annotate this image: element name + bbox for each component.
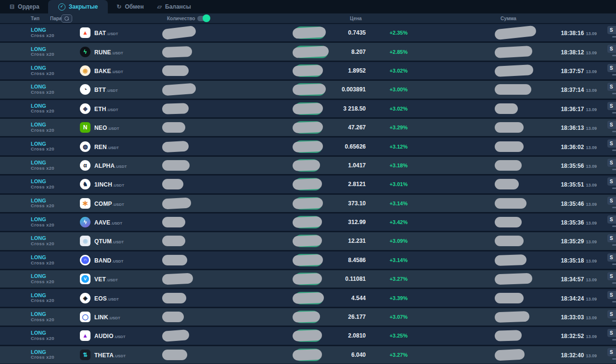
col-type-label: Тип <box>31 16 39 21</box>
price-change: +3.18% <box>389 163 408 168</box>
price-redacted-blob <box>295 102 322 115</box>
price-change: +2.35% <box>389 30 408 36</box>
table-row[interactable]: LONG Cross x20 ◍ REN.USDT 0.65626 +3.12%… <box>0 138 616 156</box>
eth-coin-icon: ◆ <box>80 103 90 114</box>
side-s-button[interactable]: S <box>607 348 616 356</box>
tab-orders[interactable]: ⊟ Ордера <box>3 0 46 13</box>
price-redacted-overlay <box>293 198 323 209</box>
price-change: +3.12% <box>389 144 408 150</box>
table-row[interactable]: LONG Cross x20 ◆ ETH.USDT 3 218.50 +3.02… <box>0 100 616 119</box>
side-s-button[interactable]: S <box>607 102 616 110</box>
close-time: 18:38:1613.09 <box>561 28 597 37</box>
qtum-coin-icon: ◉ <box>80 236 90 246</box>
side-s-button[interactable]: S <box>607 139 616 148</box>
pair-label: EOS.USDT <box>94 294 119 302</box>
side-s-button[interactable]: S <box>607 234 616 242</box>
price-redacted-overlay <box>293 103 323 114</box>
pair-cell: ◉ QTUM.USDT <box>80 236 124 246</box>
position-direction: LONG <box>31 160 54 166</box>
neo-coin-icon: N <box>80 122 90 133</box>
side-s-button[interactable]: S <box>607 45 616 53</box>
position-type-cell: LONG Cross x20 <box>31 122 54 133</box>
close-time-value: 18:35:56 <box>561 163 584 169</box>
table-row[interactable]: LONG Cross x20 V VET.USDT 0.11081 +3.27%… <box>0 270 616 289</box>
side-s-button[interactable]: S <box>607 121 616 129</box>
quantity-redacted-blob <box>162 293 186 303</box>
side-s-button[interactable]: S <box>607 159 616 167</box>
price-redacted-blob <box>295 140 322 153</box>
table-row[interactable]: LONG Cross x20 ◔ BTT.USDT 0.003891 +3.00… <box>0 81 616 100</box>
pair-label: BAKE.USDT <box>94 66 123 75</box>
pair-label: THETA.USDT <box>94 351 126 359</box>
table-row[interactable]: LONG Cross x20 ⇅ THETA.USDT 6.040 +3.27%… <box>0 346 616 364</box>
close-time: 18:32:5213.09 <box>561 331 597 340</box>
aave-coin-icon: ϟ <box>80 217 90 227</box>
position-direction: LONG <box>31 292 54 299</box>
table-row[interactable]: LONG Cross x20 ◉ BAKE.USDT 1.8952 +3.02%… <box>0 62 616 81</box>
table-row[interactable]: LONG Cross x20 ◯ LINK.USDT 26.177 +3.07%… <box>0 308 616 327</box>
tab-balances[interactable]: ▱ Балансы <box>151 0 198 13</box>
side-s-button[interactable]: S <box>607 253 616 262</box>
quantity-toggle[interactable] <box>197 16 209 21</box>
close-time: 18:35:2913.09 <box>561 237 597 245</box>
side-s-button[interactable]: S <box>607 310 616 318</box>
side-s-button[interactable]: S <box>607 215 616 224</box>
close-time: 18:35:5613.09 <box>561 161 597 170</box>
orders-table-header: Тип Пара Количество Цена Сумма <box>0 13 616 24</box>
side-s-button[interactable]: S <box>607 177 616 186</box>
price-redacted-overlay <box>293 216 322 228</box>
price-redacted-blob <box>295 329 321 342</box>
position-direction: LONG <box>31 103 54 109</box>
side-dash <box>612 226 616 227</box>
position-direction: LONG <box>31 27 54 33</box>
coin-glyph: ♞ <box>83 181 88 187</box>
price-redacted-blob <box>295 178 321 190</box>
coin-glyph: ⇅ <box>83 352 88 358</box>
price-value: 8.4586 <box>348 257 366 264</box>
pair-cell: ϟ AAVE.USDT <box>80 217 122 227</box>
bat-coin-icon: ▲ <box>80 27 90 38</box>
tab-exchange[interactable]: ↻ Обмен <box>110 0 150 13</box>
table-row[interactable]: LONG Cross x20 α ALPHA.USDT 1.0417 +3.18… <box>0 157 616 176</box>
close-time: 18:35:1813.09 <box>561 256 597 264</box>
close-date: 13.09 <box>586 202 597 207</box>
table-row[interactable]: LONG Cross x20 ◉ QTUM.USDT 12.231 +3.09%… <box>0 232 616 251</box>
side-s-button[interactable]: S <box>607 291 616 299</box>
close-time-value: 18:37:14 <box>561 87 584 93</box>
table-row[interactable]: LONG Cross x20 ∗ COMP.USDT 373.10 +3.14%… <box>0 195 616 213</box>
table-row[interactable]: LONG Cross x20 ♞ 1INCH.USDT 2.8121 +3.01… <box>0 176 616 194</box>
position-type-cell: LONG Cross x20 <box>31 198 54 209</box>
side-s-button[interactable]: S <box>607 197 616 205</box>
side-s-button[interactable]: S <box>607 26 616 34</box>
coin-glyph: α <box>83 163 87 168</box>
side-s-button[interactable]: S <box>607 64 616 72</box>
sum-redacted-blob <box>494 46 532 58</box>
tab-closed[interactable]: ✓ Закрытые <box>48 0 108 13</box>
col-quantity-label: Количество <box>167 16 195 21</box>
table-row[interactable]: LONG Cross x20 N NEO.USDT 47.267 +3.29% … <box>0 119 616 138</box>
price-redacted-overlay <box>293 140 323 152</box>
close-date: 13.09 <box>586 107 597 112</box>
price-value: 373.10 <box>348 200 366 207</box>
table-row[interactable]: LONG Cross x20 ▲ BAT.USDT 0.7435 +2.35% … <box>0 24 616 43</box>
price-redacted-blob <box>295 273 321 285</box>
side-s-button[interactable]: S <box>607 329 616 337</box>
price-redacted-overlay <box>293 122 323 133</box>
price-value: 12.231 <box>348 238 366 244</box>
quantity-redacted-blob <box>162 350 187 360</box>
table-row[interactable]: LONG Cross x20 ϟ RUNE.USDT 8.207 +2.85% … <box>0 43 616 62</box>
coin-glyph: ◈ <box>83 295 87 301</box>
margin-mode: Cross x20 <box>31 71 54 76</box>
table-row[interactable]: LONG Cross x20 ∩ BAND.USDT 8.4586 +3.14%… <box>0 251 616 270</box>
coin-glyph: ∩ <box>81 256 89 264</box>
margin-mode: Cross x20 <box>31 299 54 304</box>
table-row[interactable]: LONG Cross x20 ◈ EOS.USDT 4.544 +3.39% 1… <box>0 289 616 308</box>
side-s-button[interactable]: S <box>607 272 616 280</box>
sum-redacted-blob <box>494 349 525 361</box>
side-s-button[interactable]: S <box>607 83 616 91</box>
table-row[interactable]: LONG Cross x20 ▲ AUDIO.USDT 2.0810 +3.25… <box>0 327 616 346</box>
search-button[interactable] <box>61 14 72 23</box>
sum-redacted-blob <box>495 198 526 209</box>
price-value: 312.99 <box>348 219 366 226</box>
table-row[interactable]: LONG Cross x20 ϟ AAVE.USDT 312.99 +3.42%… <box>0 213 616 232</box>
